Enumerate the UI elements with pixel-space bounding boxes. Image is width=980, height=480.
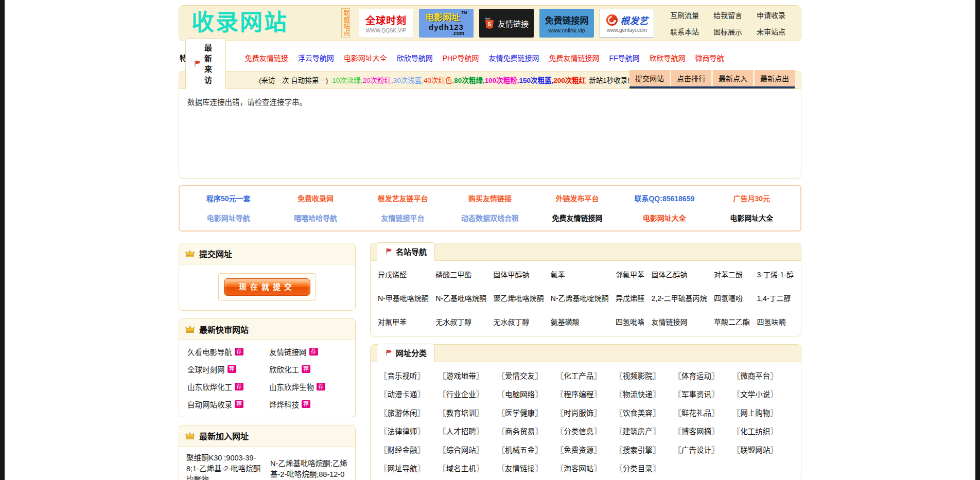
recommend-link[interactable]: 免费友情链接网 xyxy=(549,52,599,63)
promo-link[interactable]: 根发艺友链平台 xyxy=(359,193,446,203)
category-link[interactable]: 〖医学健康〗 xyxy=(498,407,556,418)
banner-qqsk[interactable]: 全球时刻 WWW.QQSK.VIP xyxy=(359,9,413,38)
category-link[interactable]: 〖化工纺织〗 xyxy=(733,425,792,436)
category-link[interactable]: 〖搜索引擎〗 xyxy=(615,444,674,455)
banner-youqing[interactable]: html 5 友情链接 xyxy=(479,9,534,38)
category-link[interactable]: 〖联盟网站〗 xyxy=(733,444,792,455)
visitors-tab-link[interactable]: 最新点出 xyxy=(755,70,795,86)
famous-site-link[interactable]: 磷酸三甲酯 xyxy=(435,269,486,279)
category-link[interactable]: 〖饮食美容〗 xyxy=(615,407,674,418)
header-nav-link[interactable]: 未审站点 xyxy=(757,26,785,37)
visitors-tab-link[interactable]: 提交网站 xyxy=(629,70,670,86)
category-link[interactable]: 〖广告设计〗 xyxy=(674,444,732,455)
visitors-tab-link[interactable]: 点击排行 xyxy=(671,70,711,86)
famous-site-link[interactable]: 异戊烯醛 xyxy=(378,269,429,279)
famous-sites-tab[interactable]: 名站导航 xyxy=(377,242,435,261)
submit-now-button[interactable]: 现在就提交 xyxy=(224,278,310,296)
fast-review-link[interactable]: 山东欣烨生物 xyxy=(269,381,314,392)
famous-site-link[interactable]: 氨基磺酸 xyxy=(551,316,609,327)
promo-link[interactable]: 免费收录网 xyxy=(272,193,359,203)
fast-review-link[interactable]: 欣欣化工 xyxy=(269,364,299,375)
category-link[interactable]: 〖文学小说〗 xyxy=(733,388,792,399)
category-link[interactable]: 〖网上购物〗 xyxy=(733,407,792,418)
category-link[interactable]: 〖教育培训〗 xyxy=(439,407,497,418)
category-link[interactable]: 〖游戏地带〗 xyxy=(439,370,497,381)
recommend-link[interactable]: 友情免费链接网 xyxy=(488,52,539,63)
famous-site-link[interactable]: 四氢吡咯 xyxy=(616,316,644,327)
banner-genfayi[interactable]: 根发艺 www.genfayi.com xyxy=(600,9,654,38)
category-link[interactable]: 〖博客网摘〗 xyxy=(674,425,732,436)
fast-review-link[interactable]: 山东欣烨化工 xyxy=(187,381,232,392)
category-link[interactable]: 〖建筑房产〗 xyxy=(615,425,674,436)
promo-link[interactable]: 免费友情链接网 xyxy=(534,212,621,223)
famous-site-link[interactable]: 草酸二乙酯 xyxy=(714,316,750,327)
category-link[interactable]: 〖军事资讯〗 xyxy=(674,388,732,399)
category-link[interactable]: 〖财经金融〗 xyxy=(380,444,439,455)
famous-site-link[interactable]: N-乙基吡咯烷酮 xyxy=(435,293,486,303)
famous-site-link[interactable]: 氟苯 xyxy=(551,269,609,279)
category-link[interactable]: 〖综合网站〗 xyxy=(439,444,497,455)
category-link[interactable]: 〖行业企业〗 xyxy=(439,388,497,399)
categories-tab[interactable]: 网址分类 xyxy=(377,344,435,362)
famous-site-link[interactable]: 聚乙烯吡咯烷酮 xyxy=(493,293,544,303)
header-nav-link[interactable]: 申请收录 xyxy=(757,10,785,20)
famous-site-link[interactable]: 友情链接网 xyxy=(651,316,707,327)
fast-review-link[interactable]: 久看电影导航 xyxy=(187,346,232,357)
category-link[interactable]: 〖电脑网络〗 xyxy=(498,388,556,399)
recommend-link[interactable]: 微商导航 xyxy=(695,52,724,63)
category-link[interactable]: 〖分类目录〗 xyxy=(615,463,674,473)
visitors-tab-link[interactable]: 最新点入 xyxy=(713,70,753,86)
header-nav-link[interactable]: 互刷流量 xyxy=(670,10,699,20)
category-link[interactable]: 〖爱情交友〗 xyxy=(498,370,556,381)
recommend-link[interactable]: FF导航网 xyxy=(609,52,639,63)
header-nav-link[interactable]: 联系本站 xyxy=(670,26,699,37)
famous-site-link[interactable]: 无水叔丁醇 xyxy=(493,316,544,327)
famous-site-link[interactable]: 对苯二酚 xyxy=(714,269,750,279)
category-link[interactable]: 〖免费资源〗 xyxy=(556,444,615,455)
recommend-link[interactable]: 电影网址大全 xyxy=(344,52,387,63)
category-link[interactable]: 〖化工产品〗 xyxy=(556,370,615,381)
category-link[interactable]: 〖动漫卡通〗 xyxy=(380,388,439,399)
category-link[interactable]: 〖时尚服饰〗 xyxy=(556,407,615,418)
category-link[interactable]: 〖友情链接〗 xyxy=(498,463,556,473)
category-link[interactable]: 〖程序编程〗 xyxy=(556,388,615,399)
latest-visitors-tab[interactable]: 最新来访 xyxy=(185,38,226,89)
banner-dydh[interactable]: 电影网址TM dydh123 .com xyxy=(419,9,474,38)
category-link[interactable]: 〖法律律师〗 xyxy=(380,425,439,436)
category-link[interactable]: 〖淘客网站〗 xyxy=(556,463,615,473)
category-link[interactable]: 〖体育运动〗 xyxy=(674,370,732,381)
promo-link[interactable]: 广告月30元 xyxy=(708,193,795,203)
promo-link[interactable]: 友情链接平台 xyxy=(359,212,446,223)
new-site-link[interactable]: 聚维酮K30 ;9003-39-8;1-乙烯基-2-吡咯烷酮均聚物 xyxy=(186,453,264,480)
category-link[interactable]: 〖域名主机〗 xyxy=(439,463,497,473)
famous-site-link[interactable]: N-甲基吡咯烷酮 xyxy=(378,293,429,303)
promo-link[interactable]: 外链发布平台 xyxy=(534,193,621,203)
new-site-link[interactable]: N-乙烯基吡咯烷酮;乙烯基-2-吡咯烷酮;88-12-0 xyxy=(270,458,348,480)
famous-site-link[interactable]: 对氟甲苯 xyxy=(378,316,429,327)
category-link[interactable]: 〖机械五金〗 xyxy=(498,444,556,455)
promo-link[interactable]: 动态数据双线合租 xyxy=(446,212,533,223)
promo-link[interactable]: 嘻嘻哈哈导航 xyxy=(272,212,359,223)
category-link[interactable]: 〖物流快递〗 xyxy=(615,388,674,399)
famous-site-link[interactable]: N-乙烯基吡啶烷酮 xyxy=(551,293,609,303)
famous-site-link[interactable]: 固体甲醇钠 xyxy=(493,269,544,279)
famous-site-link[interactable]: 无水叔丁醇 xyxy=(435,316,486,327)
category-link[interactable]: 〖人才招聘〗 xyxy=(439,425,497,436)
promo-link[interactable]: 电影网址导航 xyxy=(185,212,272,223)
promo-link[interactable]: 程序50元一套 xyxy=(185,193,272,203)
famous-site-link[interactable]: 四氢呋喃 xyxy=(757,316,794,327)
recommend-link[interactable]: 浮云导航网 xyxy=(298,52,334,63)
famous-site-link[interactable]: 异戊烯醛 xyxy=(616,293,644,303)
recommend-link[interactable]: 欣欣导航网 xyxy=(397,52,433,63)
famous-site-link[interactable]: 3-丁烯-1-醇 xyxy=(757,269,794,279)
famous-site-link[interactable]: 1,4-丁二醇 xyxy=(757,293,794,303)
category-link[interactable]: 〖鲜花礼品〗 xyxy=(674,407,732,418)
famous-site-link[interactable]: 四氢噻吩 xyxy=(714,293,750,303)
category-link[interactable]: 〖微商平台〗 xyxy=(733,370,792,381)
banner-cnlink[interactable]: 免费链接网 www.cnlink.vip xyxy=(539,9,594,38)
category-link[interactable]: 〖旅游休闲〗 xyxy=(380,407,439,418)
header-nav-link[interactable]: 给我留言 xyxy=(713,10,742,20)
promo-link[interactable]: 电影网址大全 xyxy=(708,212,795,223)
fast-review-link[interactable]: 自动网站收录 xyxy=(187,399,232,410)
category-link[interactable]: 〖网址导航〗 xyxy=(380,463,439,473)
